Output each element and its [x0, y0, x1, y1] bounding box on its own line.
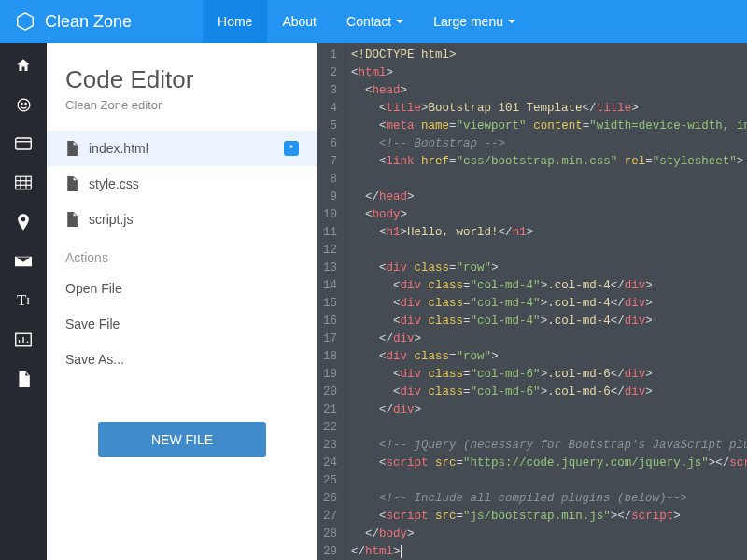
card-icon[interactable] [13, 134, 34, 153]
type-icon[interactable]: TI [13, 291, 34, 310]
table-icon[interactable] [13, 174, 34, 192]
action-open-file[interactable]: Open File [47, 271, 317, 306]
svg-point-1 [18, 99, 30, 111]
svg-point-3 [24, 103, 25, 104]
file-item-index[interactable]: index.html * [47, 131, 317, 166]
modified-badge: * [284, 141, 299, 156]
logo-hex-icon [15, 11, 35, 32]
file-name: script.js [89, 212, 133, 227]
smile-icon[interactable] [13, 95, 34, 114]
brand[interactable]: Clean Zone [0, 11, 147, 32]
code-content[interactable]: <!DOCTYPE html> <html> <head> <title>Boo… [345, 43, 747, 560]
page-title: Code Editor [65, 65, 299, 94]
home-icon[interactable] [13, 56, 34, 75]
top-nav: Home About Contact Large menu [203, 0, 530, 43]
actions-header: Actions [47, 237, 317, 271]
file-icon [65, 176, 78, 191]
line-gutter: 1 2 3 4 5 6 7 8 9 10 11 12 13 14 15 16 1… [317, 43, 345, 560]
icon-sidebar: TI [0, 43, 47, 560]
svg-rect-4 [16, 138, 32, 149]
code-editor[interactable]: 1 2 3 4 5 6 7 8 9 10 11 12 13 14 15 16 1… [317, 43, 747, 560]
map-pin-icon[interactable] [13, 213, 34, 231]
topbar: Clean Zone Home About Contact Large menu [0, 0, 747, 43]
file-icon [65, 141, 78, 156]
file-icon [65, 212, 78, 227]
new-file-button[interactable]: NEW FILE [98, 422, 266, 457]
svg-rect-6 [16, 176, 32, 189]
file-item-script[interactable]: script.js [47, 202, 317, 237]
main: TI Code Editor Clean Zone editor index.h… [0, 43, 747, 560]
nav-large-menu[interactable]: Large menu [418, 0, 530, 43]
action-save-file[interactable]: Save File [47, 306, 317, 342]
nav-contact[interactable]: Contact [331, 0, 418, 43]
chevron-down-icon [508, 20, 515, 23]
file-item-style[interactable]: style.css [47, 166, 317, 202]
chart-icon[interactable] [13, 330, 34, 349]
file-list: index.html * style.css script.js [47, 131, 317, 237]
mail-icon[interactable] [13, 252, 34, 271]
svg-point-2 [21, 103, 21, 104]
nav-home[interactable]: Home [203, 0, 267, 43]
action-save-as[interactable]: Save As... [47, 342, 317, 377]
file-name: style.css [89, 176, 139, 191]
page-subtitle: Clean Zone editor [65, 98, 299, 112]
nav-about[interactable]: About [267, 0, 331, 43]
file-name: index.html [89, 141, 148, 156]
chevron-down-icon [396, 20, 403, 23]
side-panel: Code Editor Clean Zone editor index.html… [47, 43, 317, 560]
brand-text: Clean Zone [45, 12, 132, 32]
file-icon[interactable] [13, 370, 34, 388]
svg-marker-0 [18, 13, 34, 30]
